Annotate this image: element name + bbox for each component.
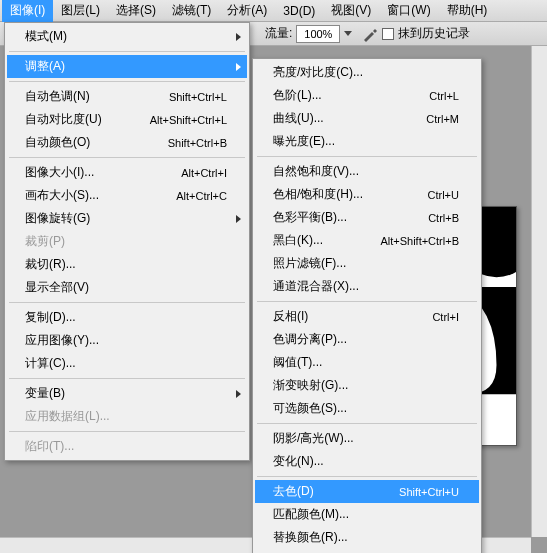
- menu-item-label: 可选颜色(S)...: [273, 400, 347, 417]
- menu2-item[interactable]: 色调均化(Q): [255, 549, 479, 553]
- menu-item-label: 陷印(T)...: [25, 438, 74, 455]
- adjustments-submenu: 亮度/对比度(C)...色阶(L)...Ctrl+L曲线(U)...Ctrl+M…: [252, 58, 482, 553]
- menu-shortcut: Shift+Ctrl+L: [169, 91, 227, 103]
- menu1-item[interactable]: 自动色调(N)Shift+Ctrl+L: [7, 85, 247, 108]
- menu1-item[interactable]: 自动对比度(U)Alt+Shift+Ctrl+L: [7, 108, 247, 131]
- menu-separator: [257, 476, 477, 477]
- menu-item-label: 裁剪(P): [25, 233, 65, 250]
- menu-item-label: 匹配颜色(M)...: [273, 506, 349, 523]
- menu2-item[interactable]: 阈值(T)...: [255, 351, 479, 374]
- history-label: 抹到历史记录: [398, 25, 470, 42]
- menu1-item[interactable]: 裁切(R)...: [7, 253, 247, 276]
- menu2-item[interactable]: 曝光度(E)...: [255, 130, 479, 153]
- menu-item-label: 渐变映射(G)...: [273, 377, 348, 394]
- flow-label: 流量:: [265, 25, 292, 42]
- menu-item-label: 复制(D)...: [25, 309, 76, 326]
- menu-item-label: 图像旋转(G): [25, 210, 90, 227]
- menu2-item[interactable]: 色彩平衡(B)...Ctrl+B: [255, 206, 479, 229]
- history-checkbox[interactable]: [382, 28, 394, 40]
- menu2-item[interactable]: 色调分离(P)...: [255, 328, 479, 351]
- menu-item-label: 曲线(U)...: [273, 110, 324, 127]
- menu2-item[interactable]: 通道混合器(X)...: [255, 275, 479, 298]
- menu-item-label: 色彩平衡(B)...: [273, 209, 347, 226]
- menu-item-label: 色阶(L)...: [273, 87, 322, 104]
- menu-3d[interactable]: 3D(D): [275, 1, 323, 21]
- menu-item-label: 自然饱和度(V)...: [273, 163, 359, 180]
- scrollbar-vertical[interactable]: [531, 46, 547, 537]
- menu-select[interactable]: 选择(S): [108, 0, 164, 22]
- menu-shortcut: Ctrl+M: [426, 113, 459, 125]
- menu1-item[interactable]: 显示全部(V): [7, 276, 247, 299]
- menu-item-label: 模式(M): [25, 28, 67, 45]
- menu1-item[interactable]: 变量(B): [7, 382, 247, 405]
- menu-help[interactable]: 帮助(H): [439, 0, 496, 22]
- menu-item-label: 照片滤镜(F)...: [273, 255, 346, 272]
- menu-item-label: 应用数据组(L)...: [25, 408, 110, 425]
- menu1-item[interactable]: 自动颜色(O)Shift+Ctrl+B: [7, 131, 247, 154]
- menu-item-label: 裁切(R)...: [25, 256, 76, 273]
- menu-separator: [9, 302, 245, 303]
- menu2-item[interactable]: 黑白(K)...Alt+Shift+Ctrl+B: [255, 229, 479, 252]
- menu2-item[interactable]: 渐变映射(G)...: [255, 374, 479, 397]
- menu-item-label: 通道混合器(X)...: [273, 278, 359, 295]
- menu1-item[interactable]: 图像大小(I)...Alt+Ctrl+I: [7, 161, 247, 184]
- menu-shortcut: Alt+Shift+Ctrl+L: [150, 114, 227, 126]
- menu-view[interactable]: 视图(V): [323, 0, 379, 22]
- menu-separator: [9, 81, 245, 82]
- menu-item-label: 色相/饱和度(H)...: [273, 186, 363, 203]
- submenu-arrow-icon: [236, 33, 241, 41]
- menu-layer[interactable]: 图层(L): [53, 0, 108, 22]
- menu-item-label: 图像大小(I)...: [25, 164, 94, 181]
- menu-item-label: 画布大小(S)...: [25, 187, 99, 204]
- submenu-arrow-icon: [236, 390, 241, 398]
- menu-item-label: 阈值(T)...: [273, 354, 322, 371]
- menu1-item[interactable]: 模式(M): [7, 25, 247, 48]
- image-menu: 模式(M)调整(A)自动色调(N)Shift+Ctrl+L自动对比度(U)Alt…: [4, 22, 250, 461]
- menu1-item[interactable]: 应用图像(Y)...: [7, 329, 247, 352]
- menu-shortcut: Shift+Ctrl+U: [399, 486, 459, 498]
- menu-separator: [9, 157, 245, 158]
- menu-image[interactable]: 图像(I): [2, 0, 53, 22]
- menu-shortcut: Ctrl+U: [428, 189, 459, 201]
- menu2-item[interactable]: 亮度/对比度(C)...: [255, 61, 479, 84]
- menu2-item[interactable]: 反相(I)Ctrl+I: [255, 305, 479, 328]
- menu-item-label: 变化(N)...: [273, 453, 324, 470]
- menu2-item[interactable]: 色相/饱和度(H)...Ctrl+U: [255, 183, 479, 206]
- menu2-item[interactable]: 曲线(U)...Ctrl+M: [255, 107, 479, 130]
- menu-item-label: 曝光度(E)...: [273, 133, 335, 150]
- menu2-item[interactable]: 阴影/高光(W)...: [255, 427, 479, 450]
- menu-analysis[interactable]: 分析(A): [219, 0, 275, 22]
- menu-item-label: 色调分离(P)...: [273, 331, 347, 348]
- menu1-item[interactable]: 图像旋转(G): [7, 207, 247, 230]
- menu2-item[interactable]: 变化(N)...: [255, 450, 479, 473]
- menu-separator: [257, 423, 477, 424]
- menu2-item[interactable]: 照片滤镜(F)...: [255, 252, 479, 275]
- menu-item-label: 计算(C)...: [25, 355, 76, 372]
- menu-item-label: 替换颜色(R)...: [273, 529, 348, 546]
- menu2-item[interactable]: 替换颜色(R)...: [255, 526, 479, 549]
- menu-item-label: 显示全部(V): [25, 279, 89, 296]
- menu1-item[interactable]: 画布大小(S)...Alt+Ctrl+C: [7, 184, 247, 207]
- menu2-item[interactable]: 自然饱和度(V)...: [255, 160, 479, 183]
- menu2-item[interactable]: 去色(D)Shift+Ctrl+U: [255, 480, 479, 503]
- menu2-item[interactable]: 可选颜色(S)...: [255, 397, 479, 420]
- menu-separator: [257, 301, 477, 302]
- menu1-item: 陷印(T)...: [7, 435, 247, 458]
- menu1-item[interactable]: 调整(A): [7, 55, 247, 78]
- menu-shortcut: Alt+Ctrl+C: [176, 190, 227, 202]
- chevron-down-icon[interactable]: [344, 31, 352, 36]
- flow-input[interactable]: [296, 25, 340, 43]
- airbrush-icon[interactable]: [362, 26, 378, 42]
- menu-item-label: 黑白(K)...: [273, 232, 323, 249]
- menu-separator: [257, 156, 477, 157]
- menu-item-label: 应用图像(Y)...: [25, 332, 99, 349]
- menu-window[interactable]: 窗口(W): [379, 0, 438, 22]
- menu2-item[interactable]: 色阶(L)...Ctrl+L: [255, 84, 479, 107]
- menu1-item[interactable]: 复制(D)...: [7, 306, 247, 329]
- menu-filter[interactable]: 滤镜(T): [164, 0, 219, 22]
- menu-item-label: 调整(A): [25, 58, 65, 75]
- menu1-item[interactable]: 计算(C)...: [7, 352, 247, 375]
- submenu-arrow-icon: [236, 63, 241, 71]
- menu2-item[interactable]: 匹配颜色(M)...: [255, 503, 479, 526]
- menu-separator: [9, 51, 245, 52]
